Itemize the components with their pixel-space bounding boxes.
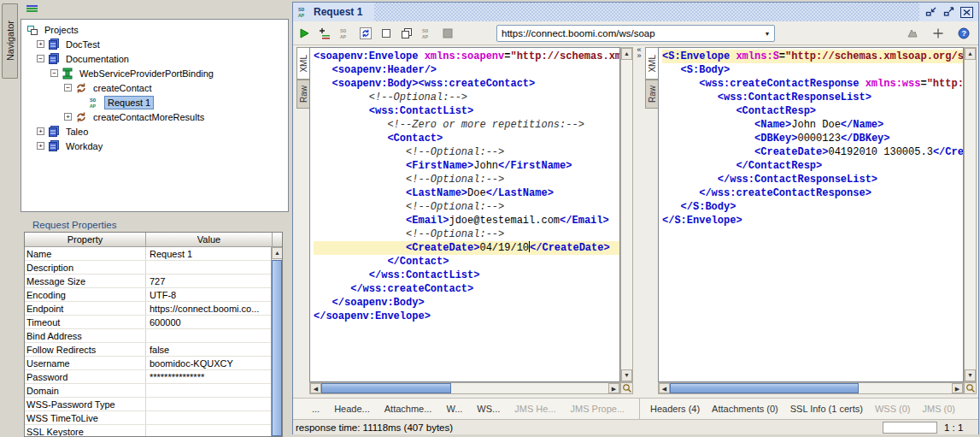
zoom-editor-button[interactable] xyxy=(620,382,633,394)
property-row-description[interactable]: Description xyxy=(25,261,282,275)
status-search-input[interactable] xyxy=(883,422,937,434)
property-value[interactable]: *************** xyxy=(146,370,273,383)
tree-item-taleo[interactable]: +Taleo xyxy=(21,124,288,139)
submit-request-button[interactable] xyxy=(295,24,314,43)
endpoint-combobox[interactable]: https://connect.boomi.com/ws/soap ▼ xyxy=(496,25,775,42)
property-value[interactable] xyxy=(146,329,273,342)
navigator-panel-tab[interactable]: Navigator xyxy=(2,3,18,79)
tree-item-createcontact[interactable]: −createContact xyxy=(21,80,288,95)
response-xml-editor[interactable]: <S:Envelope xmlns:S="http://schemas.xmls… xyxy=(658,47,964,382)
property-value[interactable] xyxy=(146,425,273,437)
editor-tab-raw[interactable]: Raw xyxy=(645,80,658,109)
navigator-menu-icon[interactable] xyxy=(26,5,38,15)
property-value[interactable] xyxy=(146,411,273,424)
tree-expander-icon[interactable]: − xyxy=(50,69,58,77)
tree-item-createcontactmoreresults[interactable]: +createContactMoreResults xyxy=(21,109,288,124)
minimize-button[interactable] xyxy=(924,7,937,18)
property-row-bind-address[interactable]: Bind Address xyxy=(25,329,282,343)
property-row-message-size[interactable]: Message Size727 xyxy=(25,275,282,288)
property-value[interactable]: 727 xyxy=(146,275,273,287)
property-row-wss-password-type[interactable]: WSS-Password Type xyxy=(25,398,282,411)
property-row-password[interactable]: Password*************** xyxy=(25,370,282,384)
tree-expander-icon[interactable]: − xyxy=(37,55,44,62)
property-row-domain[interactable]: Domain xyxy=(25,384,282,398)
properties-scrollbar[interactable]: ▲ xyxy=(271,247,282,436)
property-row-follow-redirects[interactable]: Follow Redirectsfalse xyxy=(25,343,282,357)
inspector-tab-ssl-info-1-certs[interactable]: SSL Info (1 certs) xyxy=(790,404,863,414)
clone-request-button[interactable] xyxy=(397,24,416,43)
window-titlebar[interactable]: SOAP Request 1 xyxy=(293,3,978,21)
soap-version-button[interactable]: SOAP xyxy=(418,24,437,43)
tree-item-request-1[interactable]: SOAPRequest 1 xyxy=(21,95,288,109)
close-button[interactable] xyxy=(960,7,973,18)
scroll-up-arrow[interactable]: ▲ xyxy=(621,48,632,60)
tree-expander-icon[interactable]: + xyxy=(37,40,44,48)
scrollbar-thumb[interactable] xyxy=(272,260,282,436)
zoom-editor-button[interactable] xyxy=(964,382,977,394)
inspector-tab-w[interactable]: W... xyxy=(446,404,462,414)
property-row-encoding[interactable]: EncodingUTF-8 xyxy=(25,288,282,302)
inspector-tab-headers-4[interactable]: Headers (4) xyxy=(650,404,700,414)
tree-expander-icon[interactable]: + xyxy=(37,142,44,150)
property-value[interactable]: UTF-8 xyxy=(146,288,273,301)
scroll-right-arrow[interactable]: ▶ xyxy=(952,383,963,393)
property-row-timeout[interactable]: Timeout600000 xyxy=(25,316,282,329)
property-row-ssl-keystore[interactable]: SSL Keystore xyxy=(25,425,282,437)
inspector-tab-[interactable]: ... xyxy=(312,404,320,414)
column-header-property[interactable]: Property xyxy=(25,233,146,246)
scroll-left-arrow[interactable]: ◀ xyxy=(659,383,670,393)
inspector-tab-attachments-0[interactable]: Attachments (0) xyxy=(712,404,778,414)
add-to-testcase-button[interactable] xyxy=(315,24,334,43)
editor-splitter[interactable]: « » xyxy=(633,47,645,394)
property-value[interactable] xyxy=(146,384,273,397)
scroll-right-arrow[interactable]: ▶ xyxy=(608,383,619,393)
scrollbar-thumb[interactable] xyxy=(670,383,859,393)
recreate-request-button[interactable] xyxy=(356,24,375,43)
editor-tab-raw[interactable]: Raw xyxy=(296,80,309,109)
request-xml-editor[interactable]: <soapenv:Envelope xmlns:soapenv="http://… xyxy=(309,47,620,382)
scroll-down-arrow[interactable]: ▼ xyxy=(621,369,632,381)
response-horizontal-scrollbar[interactable]: ◀ ▶ xyxy=(658,382,964,394)
chevron-down-icon[interactable]: ▼ xyxy=(760,31,774,37)
collapse-right-icon[interactable]: » xyxy=(637,53,641,59)
tree-item-projects[interactable]: Projects xyxy=(21,22,288,37)
tree-item-workday[interactable]: +Workday xyxy=(21,139,288,153)
scroll-down-arrow[interactable]: ▼ xyxy=(965,369,976,381)
inspector-tab-ws[interactable]: WS... xyxy=(477,404,500,414)
soap-action-button[interactable]: SOAP xyxy=(336,24,355,43)
add-endpoint-button[interactable] xyxy=(929,24,948,43)
request-properties-table[interactable]: Property Value NameRequest 1DescriptionM… xyxy=(24,232,283,437)
property-value[interactable] xyxy=(146,261,273,274)
tree-expander-icon[interactable]: + xyxy=(37,127,44,135)
inspector-tab-heade[interactable]: Heade... xyxy=(334,404,370,414)
scroll-left-arrow[interactable]: ◀ xyxy=(310,383,321,393)
request-vertical-scrollbar[interactable]: ▲ ▼ xyxy=(620,47,633,382)
property-row-name[interactable]: NameRequest 1 xyxy=(25,247,282,261)
maximize-button[interactable] xyxy=(942,7,955,18)
scrollbar-thumb[interactable] xyxy=(321,383,451,393)
inspector-tab-attachme[interactable]: Attachme... xyxy=(384,404,432,414)
create-empty-button[interactable] xyxy=(377,24,396,43)
tree-item-doctest[interactable]: +DocTest xyxy=(21,37,288,51)
help-button[interactable]: ? xyxy=(954,24,973,43)
property-value[interactable] xyxy=(146,398,273,410)
property-value[interactable]: 600000 xyxy=(146,316,273,328)
property-value[interactable]: https://connect.boomi.co... xyxy=(146,302,273,315)
tree-item-documentation[interactable]: −Documentation xyxy=(21,51,288,66)
property-row-endpoint[interactable]: Endpointhttps://connect.boomi.co... xyxy=(25,302,282,316)
editor-tab-xml[interactable]: XML xyxy=(645,47,658,80)
property-value[interactable]: false xyxy=(146,343,273,356)
response-vertical-scrollbar[interactable]: ▲ ▼ xyxy=(964,47,977,382)
property-row-username[interactable]: Usernameboomidoc-KQUXCY xyxy=(25,357,282,370)
tree-expander-icon[interactable]: − xyxy=(64,84,72,92)
property-value[interactable]: Request 1 xyxy=(146,247,273,260)
tree-item-webserviceproviderportbinding[interactable]: −WebServiceProviderPortBinding xyxy=(21,66,288,80)
scroll-up-arrow[interactable]: ▲ xyxy=(965,48,976,60)
editor-tab-xml[interactable]: XML xyxy=(296,47,309,80)
property-row-wss-timetolive[interactable]: WSS TimeToLive xyxy=(25,411,282,425)
column-header-value[interactable]: Value xyxy=(146,233,273,246)
request-horizontal-scrollbar[interactable]: ◀ ▶ xyxy=(309,382,620,394)
scroll-up-arrow[interactable]: ▲ xyxy=(272,247,283,259)
ws-addressing-button[interactable] xyxy=(903,24,922,43)
cancel-request-button[interactable] xyxy=(438,24,457,43)
